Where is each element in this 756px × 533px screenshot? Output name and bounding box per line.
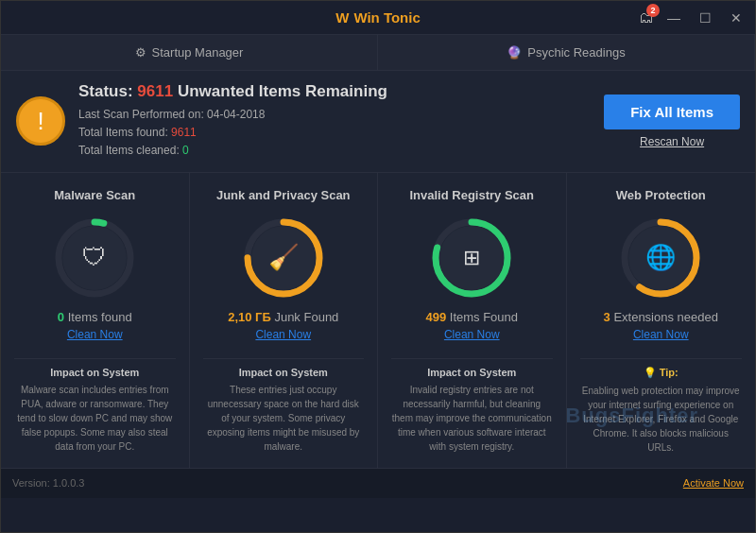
malware-clean-button[interactable]: Clean Now xyxy=(67,328,123,341)
registry-impact-title: Impact on System xyxy=(427,367,516,378)
junk-icon: 🧹 xyxy=(251,226,316,290)
junk-count: 2,10 ГБ Junk Found xyxy=(228,310,338,324)
total-found: Total Items found: 9611 xyxy=(78,124,591,142)
app-name: Win Tonic xyxy=(353,9,420,26)
status-count: 9611 xyxy=(137,82,173,100)
web-count: 3 Extensions needed xyxy=(604,310,718,324)
junk-circle: 🧹 xyxy=(241,215,326,301)
tab-psychic[interactable]: 🔮 Psychic Readings xyxy=(378,35,755,70)
psychic-icon: 🔮 xyxy=(507,45,522,60)
cards-grid: Malware Scan 🛡 0 Items found Clean Now I… xyxy=(1,173,755,468)
tab-psychic-label: Psychic Readings xyxy=(527,45,625,60)
rescan-button[interactable]: Rescan Now xyxy=(640,135,704,148)
web-card: Web Protection 🌐 3 Extensions needed Cle… xyxy=(567,173,756,468)
version-label: Version: 1.0.0.3 xyxy=(12,477,84,489)
status-actions: Fix All Items Rescan Now xyxy=(604,95,740,148)
web-icon: 🌐 xyxy=(628,226,693,290)
web-circle: 🌐 xyxy=(618,215,703,301)
status-suffix: Unwanted Items Remaining xyxy=(178,82,387,100)
web-impact-text: Enabling web protection may improve your… xyxy=(580,384,743,455)
logo-symbol: W xyxy=(335,9,349,26)
status-title: Status: 9611 Unwanted Items Remaining xyxy=(78,82,591,101)
window-controls: 🗂 2 — ☐ ✕ xyxy=(639,9,747,27)
notification-icon[interactable]: 🗂 2 xyxy=(639,9,654,26)
notification-badge: 2 xyxy=(646,4,660,17)
malware-impact-title: Impact on System xyxy=(50,367,139,378)
registry-clean-button[interactable]: Clean Now xyxy=(444,328,500,341)
main-content: Malware Scan 🛡 0 Items found Clean Now I… xyxy=(1,173,755,468)
web-title: Web Protection xyxy=(616,188,706,202)
registry-count: 499 Items Found xyxy=(425,310,518,324)
junk-impact-title: Impact on System xyxy=(239,367,328,378)
activate-button[interactable]: Activate Now xyxy=(683,477,744,489)
status-symbol: ! xyxy=(37,107,43,136)
status-icon: ! xyxy=(16,96,65,146)
junk-clean-button[interactable]: Clean Now xyxy=(255,328,311,341)
junk-impact-text: These entries just occupy unnecessary sp… xyxy=(203,383,365,454)
registry-card: Invalid Registry Scan ⊞ 499 Items Found … xyxy=(378,173,567,468)
total-cleaned: Total Items cleaned: 0 xyxy=(78,142,591,160)
startup-icon: ⚙ xyxy=(135,45,146,60)
minimize-button[interactable]: — xyxy=(662,9,686,27)
registry-impact-text: Invalid registry entries are not necessa… xyxy=(391,383,553,454)
tab-startup[interactable]: ⚙ Startup Manager xyxy=(1,35,378,70)
status-bar: ! Status: 9611 Unwanted Items Remaining … xyxy=(1,71,755,173)
malware-icon: 🛡 xyxy=(62,226,127,290)
app-logo: W Win Tonic xyxy=(335,9,421,26)
registry-circle: ⊞ xyxy=(429,215,514,301)
close-button[interactable]: ✕ xyxy=(725,9,747,27)
malware-card: Malware Scan 🛡 0 Items found Clean Now I… xyxy=(1,173,190,468)
maximize-button[interactable]: ☐ xyxy=(694,9,717,27)
junk-title: Junk and Privacy Scan xyxy=(216,188,351,202)
malware-impact-text: Malware scan includes entries from PUA, … xyxy=(14,383,176,454)
fix-all-button[interactable]: Fix All Items xyxy=(604,95,740,129)
registry-icon: ⊞ xyxy=(439,226,504,290)
malware-title: Malware Scan xyxy=(54,188,135,202)
registry-title: Invalid Registry Scan xyxy=(410,188,535,202)
junk-card: Junk and Privacy Scan 🧹 2,10 ГБ Junk Fou… xyxy=(190,173,379,468)
web-clean-button[interactable]: Clean Now xyxy=(633,328,689,341)
malware-circle: 🛡 xyxy=(52,215,137,301)
nav-tabs: ⚙ Startup Manager 🔮 Psychic Readings xyxy=(1,35,755,71)
title-bar: W Win Tonic 🗂 2 — ☐ ✕ xyxy=(1,1,755,35)
malware-count: 0 Items found xyxy=(58,310,132,324)
tab-startup-label: Startup Manager xyxy=(152,45,244,60)
status-text: Status: 9611 Unwanted Items Remaining La… xyxy=(78,82,591,161)
web-impact-title: 💡 Tip: xyxy=(644,367,679,379)
scan-date: Last Scan Performed on: 04-04-2018 xyxy=(78,106,591,124)
footer: Version: 1.0.0.3 Activate Now xyxy=(1,468,755,498)
